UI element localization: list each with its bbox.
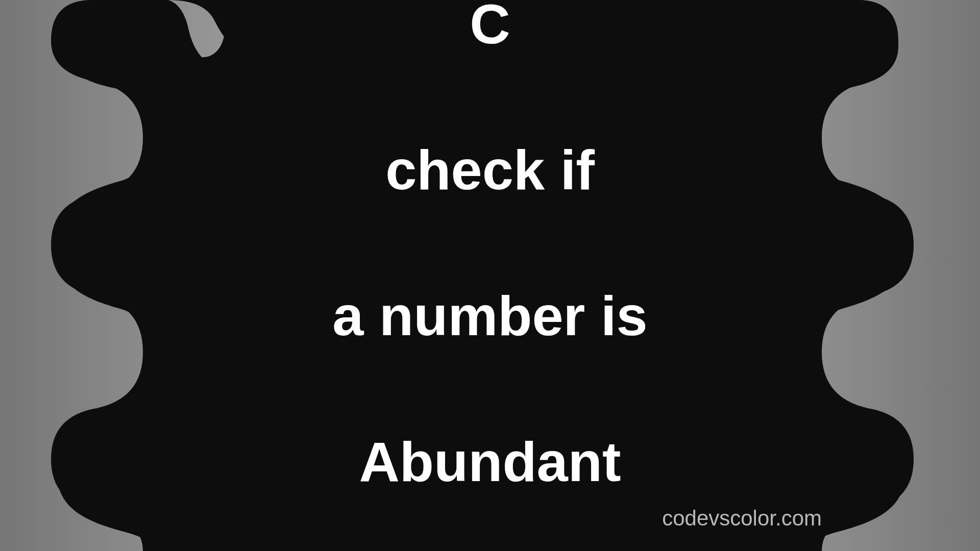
title-line-4: Abundant <box>332 425 647 498</box>
title-line-3: a number is <box>332 279 647 352</box>
title-line-1: C <box>332 0 647 60</box>
title-line-2: check if <box>332 133 647 206</box>
main-title: C check if a number is Abundant <box>332 0 647 551</box>
watermark-text: codevscolor.com <box>662 506 822 531</box>
